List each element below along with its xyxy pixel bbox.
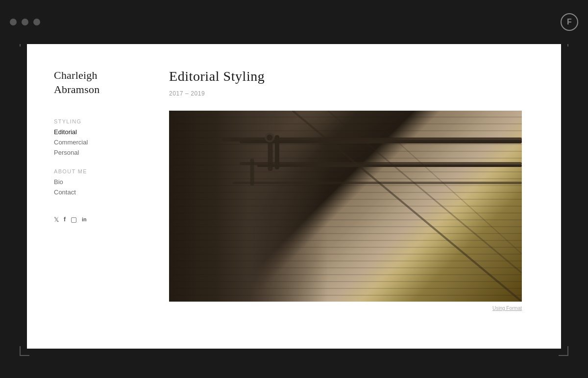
nav-item-editorial[interactable]: Editorial xyxy=(54,128,125,136)
pipe-middle xyxy=(257,165,522,167)
sidebar: Charleigh Abramson STyLiNG Editorial Com… xyxy=(27,44,140,349)
nav-section-styling: STyLiNG Editorial Commercial Personal xyxy=(54,118,125,156)
main-content: Editorial Styling 2017 – 2019 xyxy=(140,44,561,349)
pipe-svg xyxy=(169,111,522,302)
page-subtitle: 2017 – 2019 xyxy=(169,90,537,97)
photo-shadow-overlay xyxy=(169,111,328,302)
pipe-top xyxy=(240,140,522,143)
instagram-icon[interactable]: ▢ xyxy=(71,215,77,223)
browser-window: Charleigh Abramson STyLiNG Editorial Com… xyxy=(27,44,561,349)
facebook-icon[interactable]: f xyxy=(64,216,66,223)
svg-line-9 xyxy=(363,111,522,254)
format-badge[interactable]: F xyxy=(561,13,578,31)
nav-item-personal[interactable]: Personal xyxy=(54,149,125,156)
site-wrapper: Charleigh Abramson STyLiNG Editorial Com… xyxy=(27,44,561,349)
site-title: Charleigh Abramson xyxy=(54,69,125,96)
pipe-vert-1 xyxy=(275,135,279,169)
nav-item-bio[interactable]: Bio xyxy=(54,178,125,186)
traffic-dot-2[interactable] xyxy=(22,19,28,25)
nav-item-contact[interactable]: Contact xyxy=(54,189,125,196)
page-title: Editorial Styling xyxy=(169,69,537,84)
photo-slats-overlay xyxy=(169,111,522,302)
linkedin-icon[interactable]: in xyxy=(82,216,87,222)
svg-line-8 xyxy=(328,111,522,273)
svg-rect-3 xyxy=(268,134,273,171)
twitter-icon[interactable]: 𝕏 xyxy=(54,216,59,223)
traffic-dot-3[interactable] xyxy=(33,19,40,25)
svg-rect-1 xyxy=(240,162,522,165)
svg-rect-4 xyxy=(250,159,254,186)
svg-point-5 xyxy=(265,133,274,142)
photo-footer: Using Format xyxy=(169,306,522,311)
svg-point-6 xyxy=(267,135,272,141)
social-icons: 𝕏 f ▢ in xyxy=(54,215,125,223)
svg-line-7 xyxy=(293,111,522,302)
photo-container: Using Format xyxy=(169,111,522,311)
nav-category-styling: STyLiNG xyxy=(54,118,125,124)
svg-rect-2 xyxy=(233,182,522,184)
nav-category-about: ABOUT ME xyxy=(54,168,125,174)
traffic-dot-1[interactable] xyxy=(10,19,17,25)
editorial-photo xyxy=(169,111,522,302)
nav-item-commercial[interactable]: Commercial xyxy=(54,139,125,146)
nav-section-about: ABOUT ME Bio Contact xyxy=(54,168,125,196)
svg-rect-0 xyxy=(222,138,522,142)
traffic-lights xyxy=(10,19,40,25)
photo-credit[interactable]: Using Format xyxy=(492,306,522,311)
browser-chrome: F xyxy=(0,0,588,44)
